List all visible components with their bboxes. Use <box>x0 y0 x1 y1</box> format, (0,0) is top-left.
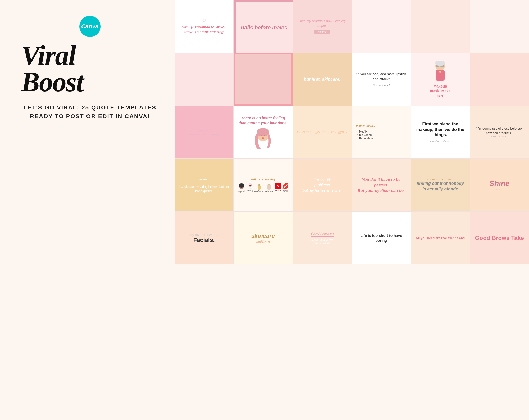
woman-illustration <box>431 60 449 84</box>
got-99-line1: I've got 99 <box>314 177 331 181</box>
card-r1c1-text: Girl, I just wanted to let you know: You… <box>178 25 230 34</box>
card-r3c5: First we blend the makeup, then we do th… <box>411 106 470 159</box>
card-r1c2: nails before males <box>234 0 293 53</box>
card-r1c1: ♡ Girl, I just wanted to let you know: Y… <box>175 0 234 53</box>
card-r2c4-quote: "If you are sad, add more lipstick and a… <box>355 72 407 81</box>
card-r5c5: All you need are real friends and <box>411 212 470 264</box>
card-r3c3: life is tough girl, use a little gypsy <box>293 106 352 159</box>
card-r4c1-text: I could stop wearing lashes, but I'm not… <box>178 185 230 194</box>
affirm-line2: I'm beautiful. <box>314 241 330 245</box>
card-r5c2-skincare: skincare <box>251 232 275 239</box>
card-r4c3-text: I've got 99 problems but my lashes ain't… <box>303 177 341 193</box>
card-r1c4 <box>352 0 411 53</box>
chill-icon: 💋 <box>282 183 289 189</box>
svg-point-10 <box>264 135 265 136</box>
subtitle-line2: READY TO POST OR EDIT IN CANVA! <box>24 112 156 121</box>
card-r2c1 <box>175 53 234 106</box>
card-r5c6: Good Brows Take <box>470 212 529 264</box>
life-line1: Life is too short to have boring <box>360 234 402 243</box>
card-r3c1: hey Siri remove my makeup <box>175 106 234 159</box>
perfume-icon <box>256 183 262 190</box>
got-99-line3: but my lashes ain't one. <box>303 188 341 193</box>
card-r5c1: My favorite f word? Facials. <box>175 212 234 264</box>
sc-wine: 🍷 Wine <box>247 183 253 193</box>
card-r2c3: but first, skincare. <box>293 53 352 106</box>
card-r3c4: Plan of the Day Netflix Ice Cream Face M… <box>352 106 411 159</box>
card-r5c1-fav: My favorite f word? <box>189 233 218 237</box>
svg-rect-14 <box>258 185 261 190</box>
card-r5c6-text: Good Brows Take <box>475 235 524 241</box>
svg-point-6 <box>439 71 441 73</box>
heart-icon: ♡ <box>202 18 206 23</box>
sc-chill: 💋 Chill <box>282 183 289 193</box>
card-r3c6-sub: - said no girl ev <box>491 135 508 138</box>
card-r3c5-text: First we blend the makeup, then we do th… <box>414 121 466 138</box>
card-r3c6-text: "I'm gonna use of these befo buy new bea… <box>474 126 525 135</box>
card-r4c2: self care sunday Big Hair 🍷 Wine <box>234 159 293 212</box>
main-layout: Canva Viral Boost LET'S GO VIRAL: 25 QUO… <box>0 0 529 420</box>
list-item: Ice Cream <box>356 133 373 137</box>
card-r3c2-text: There is no better feeling than getting … <box>238 116 288 125</box>
card-r2c5: Makeupmask. Makeexp. <box>411 53 470 106</box>
card-r5c3-text: I woke up like this. I'm beautiful. <box>310 238 334 245</box>
sc-label: Netflix <box>275 189 281 192</box>
sc-skincare: Skincare <box>264 183 273 193</box>
canva-logo: Canva <box>79 16 101 37</box>
card-r2c3-text: but first, skincare. <box>304 77 340 82</box>
svg-point-11 <box>262 137 264 139</box>
lash-icon: 〜〜 <box>199 177 209 183</box>
card-r5c3: Body Affirmation I woke up like this. I'… <box>293 212 352 264</box>
card-r1c6 <box>470 0 529 53</box>
card-r5c5-text: All you need are real friends and <box>416 236 465 240</box>
card-r5c1-facials: Facials. <box>193 237 215 244</box>
sc-label: Chill <box>283 190 288 192</box>
card-r5c4-text: Life is too short to have boring <box>355 233 407 243</box>
card-r4c2-label: self care sunday <box>250 177 276 181</box>
card-r2c4: "If you are sad, add more lipstick and a… <box>352 53 411 106</box>
card-r4c2-icons: Big Hair 🍷 Wine Perfume <box>237 183 289 193</box>
sc-perfume: Perfume <box>254 183 263 193</box>
svg-rect-18 <box>268 184 270 185</box>
perfect-line1: You don't have to be perfect. <box>362 177 400 187</box>
main-title: Viral Boost <box>21 42 83 95</box>
hair-illustration <box>252 127 273 149</box>
sc-netflix: N Netflix <box>275 183 281 193</box>
sc-label: Wine <box>247 190 253 192</box>
list-item: Netflix <box>356 130 373 133</box>
card-r4c4: You don't have to be perfect. But your e… <box>352 159 411 212</box>
sc-label: Perfume <box>254 190 263 193</box>
card-r3c3-text: life is tough girl, use a little gypsy <box>297 130 347 134</box>
svg-rect-17 <box>267 185 271 190</box>
big-hair-icon <box>238 183 245 190</box>
card-r4c6: Shine is you <box>470 159 529 212</box>
card-r4c3: I've got 99 problems but my lashes ain't… <box>293 159 352 212</box>
card-r3c6: "I'm gonna use of these befo buy new bea… <box>470 106 529 159</box>
sc-label: Skincare <box>264 190 273 193</box>
card-r3c4-label: Plan of the Day <box>356 124 375 128</box>
affirm-line1: I woke up like this. <box>310 238 334 241</box>
subtitle: LET'S GO VIRAL: 25 QUOTE TEMPLATES READY… <box>24 103 156 121</box>
card-r2c6 <box>470 53 529 106</box>
card-r2c2 <box>234 53 293 106</box>
card-r4c5: US IN LOCKDOWN: finding out that nobody … <box>411 159 470 212</box>
sc-big-hair: Big Hair <box>237 183 246 193</box>
got-99-line2: problems <box>314 183 330 187</box>
card-r1c2-text: nails before males <box>241 24 287 31</box>
card-r3c4-list: Netflix Ice Cream Face Mask <box>356 130 373 140</box>
card-r4c1: 〜〜 I could stop wearing lashes, but I'm … <box>175 159 234 212</box>
svg-point-9 <box>261 135 262 136</box>
card-r1c3-text: I like my products how I like my people.… <box>297 19 348 28</box>
card-r3c5-sub: - said no girl ever <box>430 140 450 143</box>
card-r4c4-text: You don't have to be perfect. But your e… <box>355 177 407 193</box>
list-item: Face Mask <box>356 137 373 140</box>
card-r1c5 <box>411 0 470 53</box>
card-r3c1-remove: remove my makeup <box>189 132 219 136</box>
netflix-icon: N <box>275 183 281 189</box>
svg-rect-16 <box>259 184 260 185</box>
card-r1c3: I like my products how I like my people.… <box>293 0 352 53</box>
card-r3c2: There is no better feeling than getting … <box>234 106 293 159</box>
svg-point-4 <box>435 61 445 66</box>
cards-grid: ♡ Girl, I just wanted to let you know: Y… <box>175 0 529 420</box>
subtitle-line1: LET'S GO VIRAL: 25 QUOTE TEMPLATES <box>24 103 156 112</box>
card-r2c4-sig: Coco Chanel <box>373 84 390 87</box>
